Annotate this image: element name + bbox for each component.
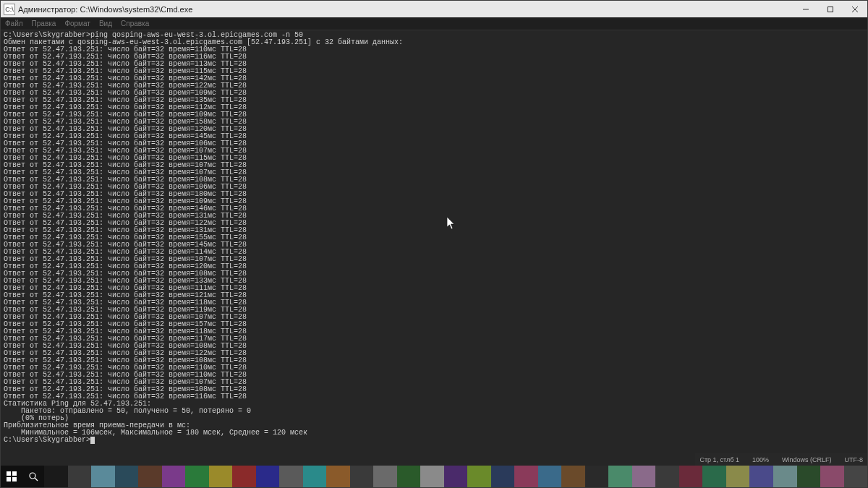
taskbar-color-cell xyxy=(256,466,280,487)
menu-edit[interactable]: Правка xyxy=(32,20,56,27)
minimize-button[interactable] xyxy=(793,1,818,17)
taskbar-color-cell xyxy=(491,466,515,487)
taskbar-color-cell xyxy=(655,466,679,487)
taskbar-color-cell xyxy=(279,466,303,487)
terminal-prompt: C:\Users\Skygrabber> xyxy=(4,437,864,444)
menubar: Файл Правка Формат Вид Справка xyxy=(1,17,867,30)
menu-file[interactable]: Файл xyxy=(5,20,23,27)
menu-view[interactable]: Вид xyxy=(99,20,112,27)
terminal-output[interactable]: C:\Users\Skygrabber>ping qosping-aws-eu-… xyxy=(1,30,867,466)
svg-rect-4 xyxy=(7,471,11,476)
taskbar-color-cell xyxy=(350,466,374,487)
taskbar-color-cell xyxy=(702,466,726,487)
taskbar-color-cell xyxy=(397,466,421,487)
taskbar-color-cell xyxy=(185,466,209,487)
taskbar-color-cell xyxy=(632,466,656,487)
taskbar-color-cell xyxy=(608,466,632,487)
search-button[interactable] xyxy=(22,466,44,487)
menu-help[interactable]: Справка xyxy=(121,20,149,27)
taskbar-color-cell xyxy=(514,466,538,487)
svg-rect-6 xyxy=(7,477,11,481)
taskbar-color-cell xyxy=(373,466,397,487)
cmd-window: C:\ Администратор: C:\Windows\system32\C… xyxy=(0,0,868,488)
taskbar-color-cell xyxy=(585,466,609,487)
taskbar-color-cell xyxy=(561,466,585,487)
taskbar-color-cell xyxy=(326,466,350,487)
taskbar-color-cell xyxy=(820,466,844,487)
taskbar-color-cell xyxy=(679,466,703,487)
cmd-icon: C:\ xyxy=(4,4,15,15)
taskbar-color-cell xyxy=(773,466,797,487)
taskbar-color-strip xyxy=(44,466,867,487)
svg-point-8 xyxy=(30,473,35,479)
menu-format[interactable]: Формат xyxy=(64,20,90,27)
status-position: Стр 1, стлб 1 xyxy=(699,456,739,463)
taskbar-color-cell xyxy=(209,466,233,487)
taskbar-color-cell xyxy=(138,466,162,487)
taskbar-color-cell xyxy=(726,466,750,487)
taskbar-color-cell xyxy=(232,466,256,487)
taskbar-color-cell xyxy=(538,466,562,487)
svg-rect-5 xyxy=(12,471,17,476)
terminal-line: Пакетов: отправлено = 50, получено = 50,… xyxy=(4,408,864,415)
taskbar[interactable]: Стр 1, стлб 1 100% Windows (CRLF) UTF-8 xyxy=(1,466,867,487)
status-charset: UTF-8 xyxy=(845,456,864,463)
status-encoding: Windows (CRLF) xyxy=(782,456,832,463)
svg-rect-7 xyxy=(12,477,17,481)
taskbar-color-cell xyxy=(303,466,327,487)
start-button[interactable] xyxy=(1,466,22,487)
status-zoom: 100% xyxy=(752,456,769,463)
taskbar-color-cell xyxy=(162,466,186,487)
taskbar-color-cell xyxy=(444,466,468,487)
terminal-line: Минимальное = 106мсек, Максимальное = 18… xyxy=(4,429,864,437)
svg-rect-1 xyxy=(828,7,833,12)
taskbar-color-cell xyxy=(420,466,444,487)
taskbar-color-cell xyxy=(467,466,491,487)
maximize-button[interactable] xyxy=(818,1,843,17)
titlebar[interactable]: C:\ Администратор: C:\Windows\system32\C… xyxy=(1,1,867,17)
taskbar-color-cell xyxy=(115,466,139,487)
status-bar: Стр 1, стлб 1 100% Windows (CRLF) UTF-8 xyxy=(695,453,867,466)
taskbar-color-cell xyxy=(91,466,115,487)
taskbar-color-cell xyxy=(797,466,821,487)
taskbar-color-cell xyxy=(844,466,868,487)
window-title: Администратор: C:\Windows\system32\Cmd.e… xyxy=(18,5,192,14)
taskbar-color-cell xyxy=(749,466,773,487)
close-button[interactable] xyxy=(843,1,867,17)
taskbar-color-cell xyxy=(44,466,68,487)
taskbar-color-cell xyxy=(68,466,92,487)
terminal-cursor xyxy=(90,437,95,444)
svg-line-9 xyxy=(35,478,38,481)
